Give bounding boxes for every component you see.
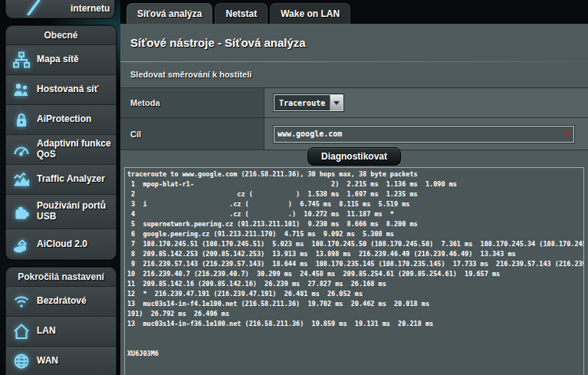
sidebar: internetu Obecné Mapa sítě Hostovaná síť (0, 0, 120, 375)
puzzle-icon (12, 203, 31, 220)
sidebar-item-label: Používání portů USB (37, 201, 113, 222)
sidebar-item-lan[interactable]: LAN (6, 317, 116, 347)
sidebar-item-label: Adaptivní funkce QoS (37, 139, 113, 160)
sidebar-item-wireless[interactable]: Bezdrátové (6, 287, 116, 317)
diagnostic-form: Metoda Traceroute Cíl (120, 87, 588, 150)
method-select[interactable]: Traceroute (274, 94, 343, 111)
pen-icon (25, 0, 43, 15)
title-divider (120, 61, 588, 62)
tab-wake-on-lan[interactable]: Wake on LAN (270, 3, 350, 24)
wifi-icon (12, 293, 31, 310)
method-select-value: Traceroute (274, 95, 330, 110)
sidebar-item-label: Hostovaná síť (37, 84, 98, 95)
cloud-icon (12, 236, 31, 253)
target-combobox (274, 126, 574, 143)
main-panel: Síťové nástroje - Síťová analýza Sledova… (120, 24, 588, 375)
chevron-down-icon[interactable] (330, 95, 343, 110)
section-subtitle: Sledovat směrování k hostiteli (130, 70, 251, 79)
sidebar-item-label: LAN (37, 326, 56, 337)
tab-label: Netstat (225, 8, 257, 19)
lock-icon (12, 111, 31, 128)
tab-label: Síťová analýza (137, 8, 202, 19)
sidebar-item-label: Traffic Analyzer (37, 174, 105, 185)
tab-netstat[interactable]: Netstat (215, 3, 268, 24)
network-map-icon (12, 51, 31, 68)
sidebar-group-advanced: Pokročilá nastavení Bezdrátové LAN (5, 267, 117, 375)
sidebar-item-usb[interactable]: Používání portů USB (6, 195, 116, 229)
traceroute-output-text: traceroute to www.google.com (216.58.211… (125, 168, 583, 360)
sidebar-item-label: internetu (71, 4, 110, 15)
chevron-down-icon[interactable] (561, 127, 573, 142)
traceroute-output[interactable]: traceroute to www.google.com (216.58.211… (124, 167, 584, 375)
home-icon (12, 323, 31, 340)
sidebar-item-aiprotection[interactable]: AiProtection (6, 105, 116, 135)
sidebar-item-label: Bezdrátové (37, 296, 87, 307)
sidebar-item-qos[interactable]: Adaptivní funkce QoS (6, 135, 116, 165)
top-bar: Síťová analýza Netstat Wake on LAN (120, 0, 588, 24)
target-row: Cíl (120, 118, 588, 150)
diagnose-button[interactable]: Diagnostikovat (307, 147, 401, 166)
page-title: Síťové nástroje - Síťová analýza (130, 36, 306, 49)
sidebar-item-network-map[interactable]: Mapa sítě (6, 45, 116, 75)
sidebar-group-general: Obecné Mapa sítě Hostovaná síť (5, 25, 117, 260)
tab-bar: Síťová analýza Netstat Wake on LAN (126, 3, 350, 24)
gauge-icon (12, 141, 31, 158)
sidebar-item-label: AiCloud 2.0 (37, 239, 87, 250)
tab-label: Wake on LAN (281, 8, 340, 19)
sidebar-item-label: WAN (37, 356, 58, 367)
sidebar-item-label: AiProtection (37, 114, 91, 125)
sidebar-section-header: Obecné (6, 26, 116, 45)
tab-network-analysis[interactable]: Síťová analýza (126, 3, 212, 24)
sidebar-item-wan[interactable]: WAN (6, 347, 116, 375)
method-row: Metoda Traceroute (120, 88, 588, 118)
target-input[interactable] (274, 130, 561, 138)
sidebar-item-aicloud[interactable]: AiCloud 2.0 (6, 229, 116, 259)
guest-network-icon (12, 81, 31, 98)
sidebar-item-quick-internet-setup[interactable]: internetu (5, 0, 115, 18)
sidebar-item-traffic-analyzer[interactable]: Traffic Analyzer (6, 165, 116, 195)
sidebar-item-guest-network[interactable]: Hostovaná síť (6, 75, 116, 105)
target-label: Cíl (120, 118, 264, 150)
traffic-chart-icon (12, 171, 31, 188)
sidebar-item-label: Mapa sítě (37, 54, 79, 65)
method-label: Metoda (120, 88, 264, 117)
globe-icon (12, 353, 31, 370)
sidebar-section-header: Pokročilá nastavení (6, 268, 116, 287)
